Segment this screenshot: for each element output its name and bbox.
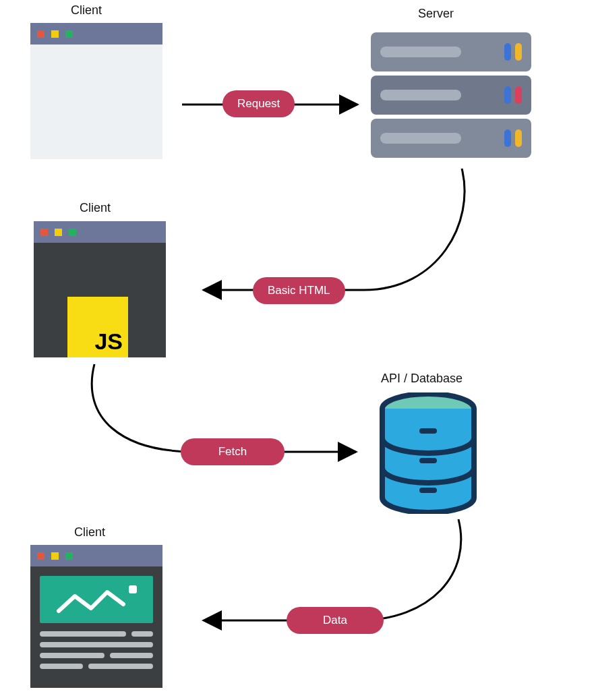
hero-chart-icon: [40, 576, 153, 623]
api-db-label: API / Database: [381, 372, 463, 386]
minimize-icon: [51, 30, 59, 38]
basic-html-pill: Basic HTML: [253, 277, 345, 304]
text-skeleton: [40, 664, 153, 674]
fetch-pill: Fetch: [181, 438, 285, 465]
server-icon: [371, 32, 531, 162]
led-icon: [504, 129, 511, 147]
minimize-icon: [55, 229, 62, 236]
led-icon: [515, 43, 522, 61]
database-icon: [378, 392, 479, 517]
client-window-blank: [30, 23, 162, 159]
server-leds: [504, 129, 522, 147]
text-skeleton: [40, 642, 153, 647]
window-body: [30, 45, 162, 159]
server-leds: [504, 86, 522, 104]
svg-rect-3: [419, 458, 437, 463]
led-icon: [504, 86, 511, 104]
client-window-js: JS: [34, 221, 166, 357]
request-pill: Request: [222, 90, 295, 117]
maximize-icon: [69, 229, 76, 236]
server-rack: [371, 76, 531, 115]
server-rack: [371, 32, 531, 71]
text-skeleton: [40, 631, 153, 642]
server-label: Server: [418, 7, 454, 21]
client-label-3: Client: [74, 525, 105, 539]
window-titlebar: [30, 545, 162, 566]
client-label-1: Client: [71, 3, 102, 18]
window-titlebar: [34, 221, 166, 243]
close-icon: [37, 552, 44, 560]
server-bar-icon: [380, 90, 461, 100]
client-window-loaded: [30, 545, 162, 688]
server-bar-icon: [380, 133, 461, 144]
window-body: [30, 566, 162, 688]
server-bar-icon: [380, 47, 461, 57]
svg-rect-4: [419, 488, 437, 493]
led-icon: [504, 43, 511, 61]
server-leds: [504, 43, 522, 61]
svg-rect-5: [129, 585, 137, 593]
led-icon: [515, 86, 522, 104]
window-body: JS: [34, 243, 166, 357]
text-skeleton: [40, 653, 153, 664]
data-pill: Data: [287, 607, 384, 634]
minimize-icon: [51, 552, 59, 560]
maximize-icon: [65, 552, 73, 560]
js-badge-icon: JS: [67, 297, 128, 357]
server-rack: [371, 119, 531, 158]
svg-rect-2: [419, 428, 437, 434]
client-label-2: Client: [80, 201, 111, 215]
close-icon: [40, 229, 48, 236]
maximize-icon: [65, 30, 73, 38]
close-icon: [37, 30, 44, 38]
led-icon: [515, 129, 522, 147]
window-titlebar: [30, 23, 162, 45]
